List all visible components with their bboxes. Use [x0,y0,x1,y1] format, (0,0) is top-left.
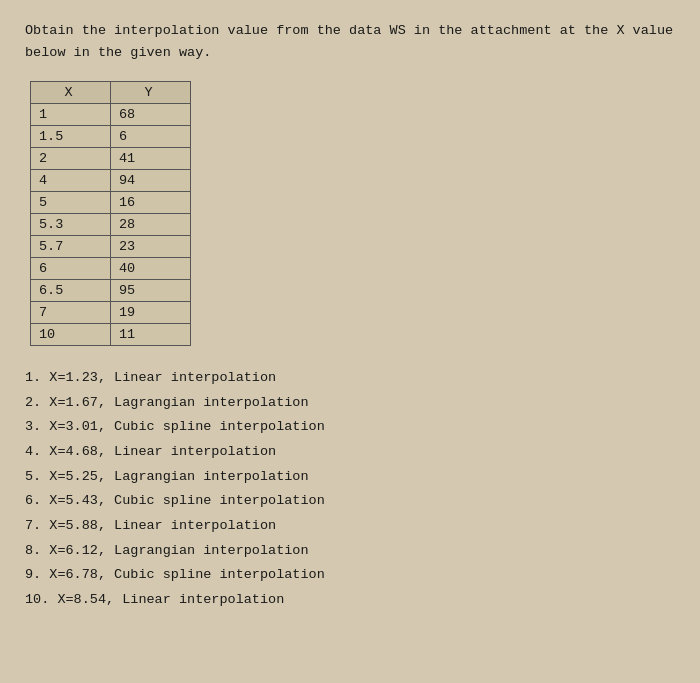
cell-x: 1.5 [31,126,111,148]
problem-item: 1. X=1.23, Linear interpolation [25,366,675,390]
problem-item: 3. X=3.01, Cubic spline interpolation [25,415,675,439]
table-row: 640 [31,258,191,280]
cell-x: 6 [31,258,111,280]
data-table: X Y 1681.562414945165.3285.7236406.59571… [30,81,191,346]
table-row: 241 [31,148,191,170]
cell-y: 23 [111,236,191,258]
cell-y: 19 [111,302,191,324]
problems-list: 1. X=1.23, Linear interpolation2. X=1.67… [25,366,675,611]
cell-y: 94 [111,170,191,192]
table-row: 494 [31,170,191,192]
cell-x: 5.3 [31,214,111,236]
cell-x: 1 [31,104,111,126]
cell-x: 6.5 [31,280,111,302]
cell-x: 2 [31,148,111,170]
table-row: 168 [31,104,191,126]
cell-y: 95 [111,280,191,302]
cell-y: 68 [111,104,191,126]
table-row: 516 [31,192,191,214]
cell-y: 11 [111,324,191,346]
cell-y: 41 [111,148,191,170]
table-row: 5.723 [31,236,191,258]
table-row: 5.328 [31,214,191,236]
problem-item: 2. X=1.67, Lagrangian interpolation [25,391,675,415]
cell-x: 7 [31,302,111,324]
col-header-x: X [31,82,111,104]
problem-item: 7. X=5.88, Linear interpolation [25,514,675,538]
intro-paragraph: Obtain the interpolation value from the … [25,20,675,63]
table-row: 1011 [31,324,191,346]
problem-item: 10. X=8.54, Linear interpolation [25,588,675,612]
cell-y: 6 [111,126,191,148]
cell-x: 5.7 [31,236,111,258]
cell-x: 5 [31,192,111,214]
problem-item: 9. X=6.78, Cubic spline interpolation [25,563,675,587]
problem-item: 8. X=6.12, Lagrangian interpolation [25,539,675,563]
table-row: 719 [31,302,191,324]
cell-y: 16 [111,192,191,214]
col-header-y: Y [111,82,191,104]
intro-text: Obtain the interpolation value from the … [25,20,675,63]
problem-item: 6. X=5.43, Cubic spline interpolation [25,489,675,513]
cell-y: 28 [111,214,191,236]
table-row: 1.56 [31,126,191,148]
problem-item: 5. X=5.25, Lagrangian interpolation [25,465,675,489]
cell-x: 4 [31,170,111,192]
table-row: 6.595 [31,280,191,302]
cell-x: 10 [31,324,111,346]
cell-y: 40 [111,258,191,280]
problem-item: 4. X=4.68, Linear interpolation [25,440,675,464]
